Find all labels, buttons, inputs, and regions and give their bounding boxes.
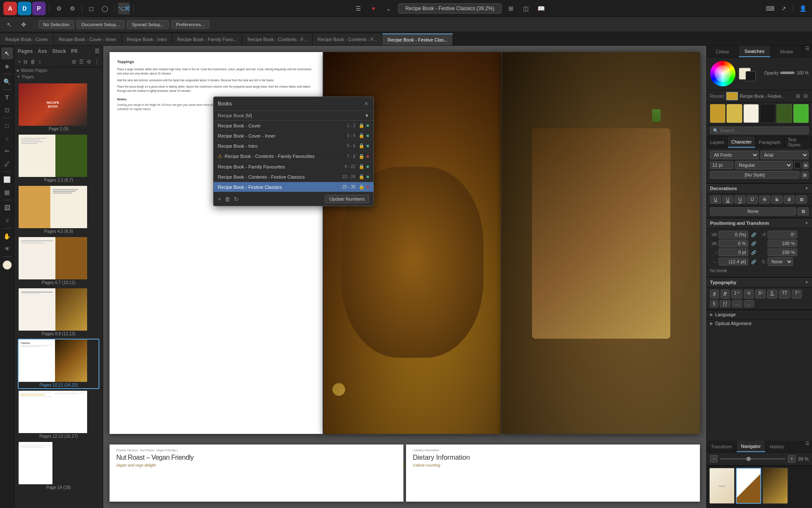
panel-menu-icon[interactable]: ☰ (94, 47, 100, 55)
code-icon[interactable]: ⌥⌘ (118, 3, 130, 14)
pages-section-title[interactable]: ▼ Pages (14, 74, 103, 80)
user-icon[interactable]: 👤 (797, 3, 809, 14)
page-thumbnail-8[interactable]: Page 14 (18) (18, 441, 99, 491)
nav-thumb-1[interactable]: pages (709, 468, 735, 504)
bottom-panel-menu[interactable]: ☰ (803, 441, 812, 452)
affinity-designer-icon[interactable]: D (18, 2, 31, 15)
affinity-publisher-icon[interactable]: A (3, 2, 17, 15)
navigator-tab[interactable]: Navigator (737, 441, 765, 452)
book-refresh-icon[interactable]: ↻ (234, 196, 239, 202)
swatch-1[interactable] (710, 104, 725, 123)
ellipse-tool-btn[interactable]: ○ (1, 133, 13, 144)
pencil-tool-btn[interactable]: 🖊 (1, 158, 13, 170)
view-toggle-icon[interactable]: ⊞ (795, 92, 801, 100)
optical-row[interactable]: ▶ Optical Alignment (707, 319, 812, 328)
style-value[interactable]: [No Style] (710, 171, 799, 179)
text-tool-btn[interactable]: T (1, 91, 13, 103)
underline2-btn[interactable]: U (722, 196, 733, 204)
hand-tool-btn[interactable]: ✋ (1, 230, 13, 242)
book-item-0[interactable]: Recipe Book - Cover 1 - 2 🔒 ■ (214, 121, 373, 131)
zoom-plus-btn[interactable]: + (788, 455, 796, 463)
keyboard-icon[interactable]: ⌨ (764, 3, 776, 14)
strikethrough3-btn[interactable]: S (784, 196, 795, 204)
transform-tab[interactable]: Transform (707, 441, 737, 452)
zoom-slider[interactable] (720, 458, 785, 460)
positioning-section[interactable]: Positioning and Transform ▼ (707, 218, 812, 228)
list-view-icon[interactable]: ☰ (78, 58, 85, 66)
update-numbers-btn[interactable]: Update Numbers (325, 195, 369, 203)
swatch-3[interactable] (743, 104, 759, 123)
decorations-section[interactable]: Decorations ▼ (707, 183, 812, 193)
deco-none-btn[interactable]: None (710, 207, 796, 215)
tab-contents-f1[interactable]: Recipe Book - Contents - F... (242, 33, 313, 45)
spread-setup-btn[interactable]: Spread Setup... (127, 20, 168, 29)
sync-icon[interactable]: ♥ (368, 3, 379, 14)
swatch-4[interactable] (760, 104, 775, 123)
more-icon[interactable]: ⋮ (93, 58, 100, 66)
book-current-title[interactable]: Recipe Book [M] ▼ (214, 111, 373, 121)
zoom-minus-btn[interactable]: − (710, 455, 718, 463)
master-pages-section[interactable]: ▶ Master Pages (14, 67, 103, 74)
add-page-icon[interactable]: + (17, 58, 22, 66)
tab-cover[interactable]: Recipe Book - Cover (0, 33, 54, 45)
grid-icon[interactable]: ⊞ (505, 3, 517, 14)
typo-ff2[interactable]: ƒƒ (720, 300, 730, 307)
pages-tab-btn[interactable]: Pages (17, 47, 33, 55)
move-tool[interactable]: ✥ (18, 19, 30, 30)
typo-ff[interactable]: ff (721, 290, 730, 298)
page-thumbnail-1[interactable]: RECIPEBOOK Page 1 (5) (18, 83, 99, 133)
tab-contents-f2[interactable]: Recipe Book - Contents - F... (313, 33, 383, 45)
page-thumbnail-3[interactable]: Pages 4,5 (8,9) (18, 185, 99, 235)
book-delete-icon[interactable]: 🗑 (225, 196, 230, 202)
delete-page-icon[interactable]: 🗑 (30, 58, 36, 66)
settings-icon[interactable]: ⚙ (53, 3, 65, 14)
book-item-3[interactable]: ⚠ Recipe Book - Contents - Family Favour… (214, 151, 373, 162)
typo-half[interactable]: ½ (744, 290, 753, 298)
gradient-tool-btn[interactable]: ▦ (1, 186, 13, 198)
nav-thumb-2[interactable] (736, 468, 761, 504)
tab-family-favo[interactable]: Recipe Book - Family Favo... (172, 33, 242, 45)
page-thumbnail-6[interactable]: Toppings Pages 10,11 (14,15) (18, 339, 99, 389)
zoom-slider-thumb[interactable] (746, 457, 751, 461)
pen-tool-btn[interactable]: ✏ (1, 145, 13, 157)
typo-fi[interactable]: fi (710, 290, 719, 298)
book-add-icon[interactable]: + (218, 196, 221, 202)
book-panel-close[interactable]: ✕ (363, 100, 369, 108)
underline-btn[interactable]: U (710, 196, 721, 204)
eye-tool-btn[interactable]: 👁 (1, 243, 13, 255)
page-thumbnail-4[interactable]: Pages 6,7 (10,11) (18, 236, 99, 287)
book-item-5[interactable]: Recipe Book - Contents - Festive Classic… (214, 172, 373, 182)
stock-tab-btn[interactable]: Stock (51, 47, 67, 55)
stroke-tab[interactable]: Stroke (771, 46, 803, 57)
book-item-6[interactable]: Recipe Book - Festive Classics 25 - 38 🔒… (214, 182, 373, 192)
char-color-picker[interactable]: ⊠ (803, 162, 809, 169)
typography-section[interactable]: Typography ▼ (707, 277, 812, 287)
view-toggle-icon-2[interactable]: ⊟ (803, 92, 809, 100)
typo-tt[interactable]: TT (779, 290, 790, 298)
style-picker[interactable]: ⊠ (801, 171, 809, 179)
baseline-input[interactable] (719, 248, 748, 256)
font-name-select[interactable]: Arial (760, 151, 809, 159)
tab-intro[interactable]: Recipe Book - Intro (122, 33, 172, 45)
swatch-6[interactable] (793, 104, 809, 123)
book-item-2[interactable]: Recipe Book - Intro 5 - 6 🔒 ■ (214, 141, 373, 151)
va-x-input[interactable] (719, 231, 748, 238)
underline4-btn[interactable]: Ū (747, 196, 758, 204)
preferences-btn[interactable]: Preferences... (171, 20, 209, 29)
typo-sa[interactable]: Sᵃ (755, 290, 766, 298)
right-panel-menu[interactable]: ☰ (803, 46, 812, 57)
rectangle-tool-btn[interactable]: □ (1, 120, 13, 132)
paragraph-tab[interactable]: Paragraph (755, 136, 784, 148)
char-color[interactable] (794, 162, 801, 168)
frame-text-btn[interactable]: ⊡ (1, 104, 13, 116)
recent-doc-1[interactable] (726, 92, 738, 100)
swatch-2[interactable] (727, 104, 742, 123)
align-icon[interactable]: ☰ (352, 3, 364, 14)
settings2-icon[interactable]: ⚙ (66, 3, 78, 14)
page-thumbnail-7[interactable]: Pages 12,13 (16,17) (18, 390, 99, 440)
assets-tab-btn[interactable]: Ass (37, 47, 48, 55)
background-color[interactable] (746, 71, 756, 81)
font-family-select[interactable]: All Fonts (710, 151, 759, 159)
colour-tab[interactable]: Colour (707, 46, 739, 57)
font-weight-select[interactable]: Regular (735, 161, 793, 169)
